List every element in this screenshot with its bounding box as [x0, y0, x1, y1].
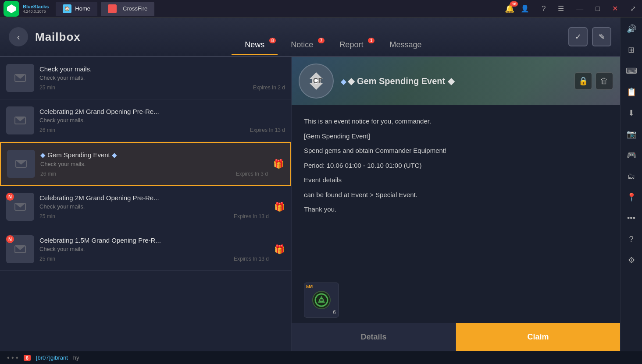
svg-marker-6 — [16, 160, 26, 165]
mail-item-3[interactable]: ◆ Gem Spending Event ◆ Check your mails.… — [0, 142, 291, 186]
gift-icon-4: 🎁 — [274, 201, 285, 212]
svg-marker-4 — [15, 117, 25, 121]
mail-thumb-1 — [6, 64, 34, 92]
download-icon[interactable]: ⬇ — [624, 105, 639, 121]
restore-button[interactable]: □ — [593, 4, 603, 14]
mail-subject-1: Check your mails. — [39, 65, 285, 73]
mailbox-header: ‹ Mailbox News 8 Notice 7 Report 1 Messa… — [0, 18, 620, 57]
settings-icon[interactable]: ⚙ — [624, 252, 639, 268]
mail-item-1[interactable]: Check your mails. Check your mails. 25 m… — [0, 57, 291, 99]
body-line-1: This is an event notice for you, command… — [304, 116, 608, 127]
location-icon[interactable]: 📍 — [624, 189, 639, 205]
tab-notice[interactable]: Notice 7 — [278, 36, 326, 55]
crossfire-logo: CF — [299, 64, 334, 99]
mail-item-4[interactable]: N Celebrating 2M Grand Opening Pre-Re...… — [0, 186, 291, 228]
mail-item-5[interactable]: N Celebrating 1.5M Grand Opening Pre-R..… — [0, 228, 291, 271]
back-button[interactable]: ‹ — [9, 27, 28, 46]
body-line-3: [Gem Spending Event] — [304, 131, 608, 142]
gamepad-icon[interactable]: 🎮 — [624, 147, 639, 163]
help-icon[interactable]: ? — [539, 4, 548, 14]
tab-report[interactable]: Report 1 — [326, 36, 376, 55]
crossfire-tab-icon — [108, 4, 117, 13]
svg-marker-10 — [15, 246, 25, 250]
mail-item-2[interactable]: Celebrating 2M Grand Opening Pre-Re... C… — [0, 99, 291, 142]
help-sidebar-icon[interactable]: ? — [624, 231, 639, 247]
menu-icon[interactable]: ☰ — [555, 4, 567, 14]
svg-marker-0 — [7, 4, 16, 13]
bluestacks-info: BlueStacks 4.240.0.1075 — [23, 4, 49, 14]
diamond-icon-left: ◆ — [40, 151, 46, 159]
close-button[interactable]: ✕ — [610, 4, 621, 14]
detail-body: This is an event notice for you, command… — [292, 105, 620, 277]
mail-content-1: Check your mails. Check your mails. 25 m… — [39, 65, 285, 91]
detail-header-content: CF ◆ ◆ Gem Spending Event ◆ 🔒 🗑 — [299, 64, 613, 99]
mail-thumb-2 — [6, 106, 34, 134]
sidebar-right: 🔊 ⊞ ⌨ 📋 ⬇ 📷 🎮 🗂 📍 ••• ? ⚙ — [620, 18, 642, 351]
body-line-8: can be found at Event > Special Event. — [304, 189, 608, 201]
mail-subject-4: Celebrating 2M Grand Opening Pre-Re... — [39, 194, 269, 201]
bottom-bar: • • • 6 [br07]gibrant hy — [0, 351, 642, 364]
camera-icon[interactable]: 📷 — [624, 126, 639, 142]
body-line-4: Spend gems and obtain Commander Equipmen… — [304, 145, 608, 156]
layout-icon[interactable]: ⊞ — [624, 42, 639, 58]
fullscreen-button[interactable]: ⤢ — [628, 4, 638, 14]
mail-meta-1: 25 min Expires In 2 d — [39, 85, 285, 91]
mail-content-3: ◆ Gem Spending Event ◆ Check your mails.… — [40, 151, 268, 177]
mail-subject-5: Celebrating 1.5M Grand Opening Pre-R... — [39, 237, 269, 244]
svg-point-16 — [320, 298, 323, 302]
body-line-7: Event details — [304, 174, 608, 186]
body-line-6: Period: 10.06 01:00 - 10.10 01:00 (UTC) — [304, 160, 608, 171]
check-all-button[interactable]: ✓ — [568, 27, 588, 46]
mail-subject-2: Celebrating 2M Grand Opening Pre-Re... — [39, 108, 285, 115]
split-layout: Check your mails. Check your mails. 25 m… — [0, 57, 620, 351]
minimize-button[interactable]: — — [574, 4, 586, 14]
home-tab-icon: 🏠 — [63, 4, 71, 13]
tab-crossfire[interactable]: CrossFire — [101, 2, 154, 16]
top-bar: BlueStacks 4.240.0.1075 🏠 Home CrossFire… — [0, 0, 642, 18]
lock-button[interactable]: 🔒 — [574, 72, 592, 90]
bottom-dots: • • • — [7, 354, 18, 362]
mail-tabs: News 8 Notice 7 Report 1 Message — [98, 18, 568, 56]
diamond-icon-right: ◆ — [112, 151, 117, 159]
attachment-item: 5M 6 — [304, 283, 339, 318]
mail-preview-3: Check your mails. — [40, 161, 268, 167]
detail-attachment: 5M 6 — [292, 277, 620, 323]
mailbox-title: Mailbox — [35, 30, 81, 44]
claim-button[interactable]: Claim — [456, 323, 620, 351]
gift-icon-3: 🎁 — [273, 159, 284, 169]
person-icon[interactable]: 👤 — [518, 4, 532, 14]
folder-icon[interactable]: 🗂 — [624, 168, 639, 184]
header-actions: ✓ ✎ — [568, 27, 611, 46]
player-name: [br07]gibrant — [36, 354, 68, 361]
window-controls: 👤 ? ☰ — □ ✕ ⤢ — [518, 4, 638, 14]
bluestacks-logo — [4, 1, 19, 17]
game-area: ‹ Mailbox News 8 Notice 7 Report 1 Messa… — [0, 18, 642, 351]
delete-button[interactable]: 🗑 — [596, 72, 613, 90]
mail-meta-4: 25 min Expires In 13 d — [39, 213, 269, 219]
mail-thumb-4: N — [6, 193, 34, 221]
mail-meta-2: 26 min Expires In 13 d — [39, 127, 285, 133]
tab-home[interactable]: 🏠 Home — [56, 2, 97, 16]
mail-preview-2: Check your mails. — [39, 117, 285, 124]
mail-content-5: Celebrating 1.5M Grand Opening Pre-R... … — [39, 237, 269, 262]
clipboard-icon[interactable]: 📋 — [624, 84, 639, 100]
compose-button[interactable]: ✎ — [592, 27, 611, 46]
mail-content-2: Celebrating 2M Grand Opening Pre-Re... C… — [39, 108, 285, 133]
gift-icon-5: 🎁 — [274, 244, 285, 254]
mail-thumb-3 — [7, 150, 35, 178]
keyboard-icon[interactable]: ⌨ — [624, 63, 639, 79]
mail-list: Check your mails. Check your mails. 25 m… — [0, 57, 292, 351]
mail-thumb-5: N — [6, 235, 34, 263]
svg-marker-8 — [15, 203, 25, 208]
details-button[interactable]: Details — [292, 323, 456, 351]
detail-header: CF ◆ ◆ Gem Spending Event ◆ 🔒 🗑 — [292, 57, 620, 105]
more-icon[interactable]: ••• — [624, 210, 639, 226]
detail-footer: Details Claim — [292, 323, 620, 351]
mail-preview-1: Check your mails. — [39, 74, 285, 81]
tab-message[interactable]: Message — [376, 36, 435, 55]
mail-content-4: Celebrating 2M Grand Opening Pre-Re... C… — [39, 194, 269, 219]
notification-bell[interactable]: 🔔 16 — [505, 4, 514, 14]
mailbox-container: ‹ Mailbox News 8 Notice 7 Report 1 Messa… — [0, 18, 620, 351]
volume-icon[interactable]: 🔊 — [624, 21, 639, 37]
tab-news[interactable]: News 8 — [232, 36, 278, 55]
